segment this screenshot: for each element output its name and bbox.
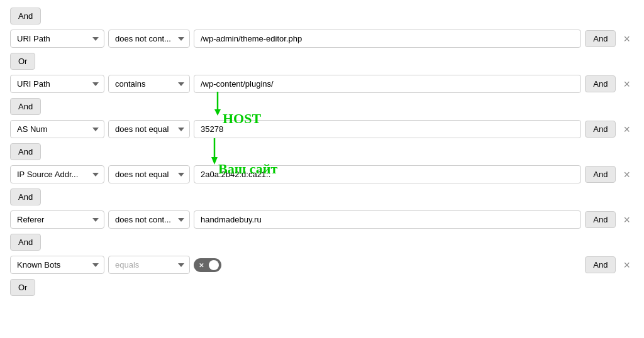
filter-row-5: Referer does not cont... And ×	[10, 210, 634, 229]
operator-select-5[interactable]: does not cont...	[108, 210, 190, 229]
filter-row-4: IP Source Addr... does not equal And ×	[10, 165, 634, 183]
svg-marker-3	[211, 157, 218, 165]
close-button-4[interactable]: ×	[619, 168, 634, 182]
close-button-6[interactable]: ×	[619, 258, 634, 272]
and-button-2[interactable]: And	[585, 75, 616, 92]
operator-select-4[interactable]: does not equal	[108, 165, 190, 183]
and-button-4[interactable]: And	[585, 166, 616, 183]
field-select-1[interactable]: URI Path	[10, 30, 104, 48]
value-input-4[interactable]	[194, 165, 581, 183]
filter-row-6: Known Bots equals ✕ And ×	[10, 256, 634, 274]
close-button-2[interactable]: ×	[619, 77, 634, 91]
svg-marker-1	[214, 109, 221, 116]
value-input-5[interactable]	[194, 210, 581, 229]
field-select-2[interactable]: URI Path	[10, 75, 104, 93]
field-select-6[interactable]: Known Bots	[10, 256, 104, 274]
and-button-1[interactable]: And	[585, 30, 616, 47]
and-button-between-2-3[interactable]: And	[10, 98, 41, 115]
or-button-bottom[interactable]: Or	[10, 279, 35, 296]
value-input-2[interactable]	[194, 75, 581, 93]
and-button-between-5-6[interactable]: And	[10, 234, 41, 251]
and-button-5[interactable]: And	[585, 211, 616, 228]
value-input-1[interactable]	[194, 30, 581, 48]
close-button-5[interactable]: ×	[619, 213, 634, 227]
field-select-5[interactable]: Referer	[10, 210, 104, 229]
and-button-between-3-4[interactable]: And	[10, 143, 41, 160]
close-button-1[interactable]: ×	[619, 32, 634, 46]
and-button-3[interactable]: And	[585, 121, 616, 138]
filter-row-1: URI Path does not cont... And ×	[10, 30, 634, 48]
value-input-3[interactable]	[194, 120, 581, 138]
filter-row-3: AS Num does not equal And ×	[10, 120, 634, 138]
close-button-3[interactable]: ×	[619, 123, 634, 136]
and-button-between-4-5[interactable]: And	[10, 188, 41, 205]
operator-select-1[interactable]: does not cont...	[108, 30, 190, 48]
field-select-3[interactable]: AS Num	[10, 120, 104, 138]
and-button-6[interactable]: And	[585, 256, 616, 273]
filter-row-2: URI Path contains And ×	[10, 75, 634, 93]
field-select-4[interactable]: IP Source Addr...	[10, 165, 104, 183]
top-and-button[interactable]: And	[10, 8, 41, 25]
known-bots-toggle[interactable]: ✕	[194, 258, 221, 272]
operator-select-2[interactable]: contains	[108, 75, 190, 93]
or-button-1[interactable]: Or	[10, 53, 35, 70]
operator-select-3[interactable]: does not equal	[108, 120, 190, 138]
operator-select-6[interactable]: equals	[108, 256, 190, 274]
